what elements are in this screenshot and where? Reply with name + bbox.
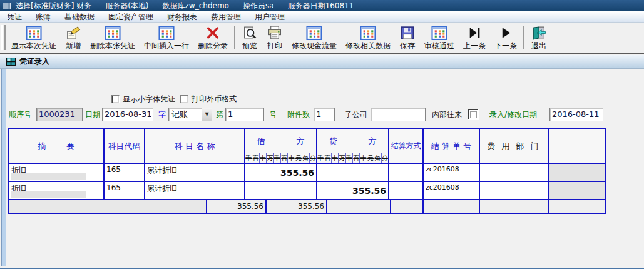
- approve-button[interactable]: 审核通过: [420, 23, 459, 53]
- internal-transfer-checkbox[interactable]: [468, 109, 479, 120]
- expense-dept-cell[interactable]: [480, 164, 549, 181]
- menu-bar: 凭证 账簿 基础数据 固定资产管理 财务报表 费用管理 用户管理: [0, 11, 644, 23]
- total-credit: 355.56: [267, 200, 327, 213]
- voucher-grid-icon: [26, 26, 42, 40]
- show-small-font-checkbox[interactable]: [111, 95, 120, 103]
- voucher-number-input[interactable]: [225, 108, 264, 121]
- server-label: 服务器(本地): [105, 1, 148, 11]
- header-summary: 摘 要: [9, 129, 105, 163]
- delete-voucher-button[interactable]: 删除本张凭证: [86, 23, 140, 53]
- header-extra: [549, 129, 605, 163]
- header-account-name: 科 目 名 称: [145, 129, 245, 163]
- account-code-cell[interactable]: 165: [105, 182, 145, 199]
- preview-icon: [242, 26, 258, 40]
- voucher-grid-icon: [306, 26, 322, 40]
- voucher-form-row: 顺序号 日期 字 记账 ▼ 第 号 附件数 子公司 内部往来 录入/修改日期: [0, 108, 644, 123]
- voucher-grid-icon: [105, 26, 121, 40]
- settle-number-cell[interactable]: zc201608: [424, 164, 480, 181]
- subsidiary-input[interactable]: [371, 108, 426, 121]
- application-window: 选择[标准版财务] 财务 服务器(本地) 数据库zw_chdemo 操作员sa …: [0, 0, 644, 269]
- expense-dept-cell[interactable]: [480, 182, 549, 199]
- toolbar-separator: [523, 26, 524, 49]
- new-button[interactable]: 新增: [61, 23, 86, 53]
- database-label: 数据库zw_chdemo: [163, 1, 229, 11]
- chevron-down-icon[interactable]: ▼: [202, 108, 212, 121]
- next-record-button[interactable]: 下一条: [490, 23, 521, 53]
- save-button[interactable]: 保存: [395, 23, 420, 53]
- options-row: 显示小字体凭证 打印外币格式: [111, 94, 242, 104]
- menu-voucher[interactable]: 凭证: [0, 11, 29, 23]
- totals-row: 355.56 355.56: [9, 199, 605, 213]
- credit-cell[interactable]: 355.56: [317, 182, 389, 199]
- credit-digit-columns: 千百十万千百十元角分: [317, 153, 388, 163]
- credit-cell[interactable]: [317, 164, 389, 181]
- delete-entry-button[interactable]: 删除分录: [193, 23, 232, 53]
- debit-cell[interactable]: 355.56: [245, 164, 317, 181]
- voucher-grid-icon: [360, 26, 376, 40]
- subsidiary-label: 子公司: [345, 108, 367, 121]
- exit-door-icon: [531, 26, 547, 40]
- sequence-label: 顺序号: [9, 108, 31, 121]
- menu-base-data[interactable]: 基础数据: [58, 11, 101, 23]
- menu-ledger[interactable]: 账簿: [29, 11, 58, 23]
- show-small-font-label: 显示小字体凭证: [123, 94, 175, 104]
- extra-cell: [549, 182, 605, 199]
- entry-date-label: 录入/修改日期: [489, 108, 537, 121]
- table-row: 折旧 165 累计折旧 355.56 zc201608: [9, 181, 605, 199]
- account-name-cell[interactable]: 累计折旧: [145, 164, 245, 181]
- menu-users[interactable]: 用户管理: [248, 11, 292, 23]
- voucher-grid-icon: [158, 26, 175, 40]
- panel-window-icon: [6, 58, 16, 66]
- settle-method-cell[interactable]: [389, 182, 424, 199]
- preview-button[interactable]: 预览: [237, 23, 262, 53]
- exit-button[interactable]: 退出: [526, 23, 551, 53]
- voucher-grid-icon: [431, 26, 447, 40]
- internal-transfer-label: 内部往来: [432, 108, 462, 121]
- summary-cell[interactable]: 折旧: [9, 164, 105, 181]
- print-foreign-currency-checkbox[interactable]: [180, 95, 188, 103]
- print-button[interactable]: 打印: [262, 23, 287, 53]
- extra-cell: [549, 164, 605, 181]
- server-date-label: 服务器日期160811: [288, 1, 354, 11]
- number-prefix-label: 第: [216, 108, 223, 121]
- date-input[interactable]: [102, 108, 153, 121]
- account-code-cell[interactable]: 165: [105, 164, 145, 181]
- menu-fixed-assets[interactable]: 固定资产管理: [101, 11, 160, 23]
- app-icon: [3, 3, 11, 9]
- panel-title: 凭证录入: [19, 56, 49, 67]
- toolbar: 显示本次凭证 新增 删除本张凭证 中间插入一行 删除分录 预览 打印: [0, 23, 644, 54]
- voucher-word-select[interactable]: 记账 ▼: [168, 108, 212, 121]
- new-note-icon: [65, 26, 81, 40]
- menu-reports[interactable]: 财务报表: [160, 11, 204, 23]
- previous-icon: [466, 26, 483, 40]
- summary-cell[interactable]: 折旧: [9, 182, 105, 199]
- toolbar-grip[interactable]: [1, 25, 6, 50]
- print-foreign-currency-label: 打印外币格式: [192, 94, 237, 104]
- edit-cashflow-button[interactable]: 修改现金流量: [287, 23, 341, 53]
- next-icon: [498, 26, 514, 40]
- account-name-cell[interactable]: 累计折旧: [145, 182, 245, 199]
- show-current-voucher-button[interactable]: 显示本次凭证: [7, 23, 61, 53]
- voucher-table: 摘 要 科目代码 科 目 名 称 借 方 千百十万千百十元角分 贷 方 千百十万…: [8, 128, 606, 214]
- save-floppy-icon: [399, 26, 416, 40]
- previous-record-button[interactable]: 上一条: [459, 23, 490, 53]
- number-suffix-label: 号: [269, 108, 277, 121]
- left-border-strip: [1, 69, 6, 266]
- header-debit: 借 方 千百十万千百十元角分: [245, 129, 317, 163]
- settle-method-cell[interactable]: [389, 164, 424, 181]
- toolbar-separator: [234, 26, 235, 49]
- printer-icon: [267, 26, 283, 40]
- totals-merged-cell: [9, 200, 207, 213]
- operator-label: 操作员sa: [243, 1, 274, 11]
- edit-related-data-button[interactable]: 修改相关数据: [341, 23, 395, 53]
- sequence-input[interactable]: [36, 108, 83, 121]
- debit-digit-columns: 千百十万千百十元角分: [245, 153, 316, 163]
- insert-row-button[interactable]: 中间插入一行: [140, 23, 193, 53]
- entry-date-input[interactable]: [549, 108, 603, 121]
- attachments-input[interactable]: [314, 108, 335, 121]
- debit-cell[interactable]: [245, 182, 317, 199]
- menu-expense[interactable]: 费用管理: [204, 11, 248, 23]
- title-bar: 选择[标准版财务] 财务 服务器(本地) 数据库zw_chdemo 操作员sa …: [0, 0, 644, 11]
- voucher-entry-panel: 显示小字体凭证 打印外币格式 顺序号 日期 字 记账 ▼ 第 号 附件数 子公司…: [0, 69, 644, 269]
- settle-number-cell[interactable]: zc201608: [424, 182, 480, 199]
